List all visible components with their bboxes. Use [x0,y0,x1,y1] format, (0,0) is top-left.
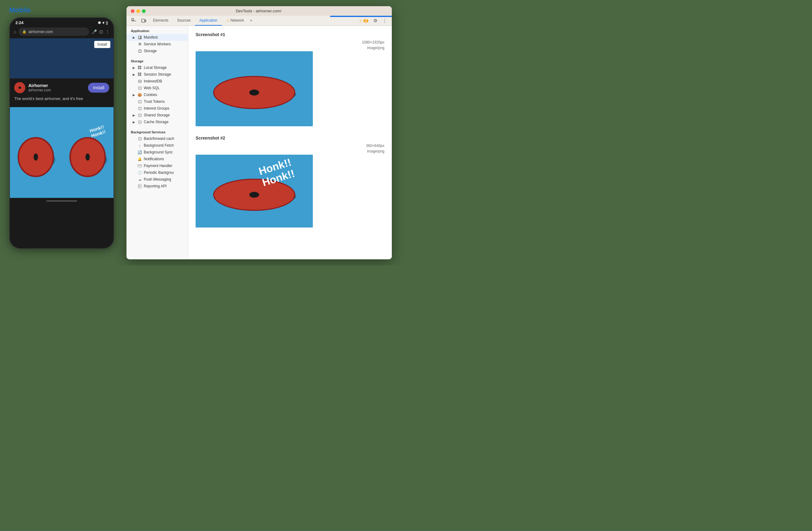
trust-tokens-label: Trust Tokens [144,99,165,104]
svg-point-8 [138,52,141,53]
inspect-icon-btn[interactable] [129,16,139,25]
devtools-body: Application ▶ Manifest ▶ ⚙ Service Worke… [127,26,392,259]
local-storage-icon [137,66,142,70]
minimize-button[interactable] [136,9,140,13]
sidebar-item-bg-sync[interactable]: ▶ 🔄 Background Sync [127,149,188,156]
manifest-icon [137,35,142,40]
maximize-button[interactable] [142,9,146,13]
back-forward-icon [137,137,142,141]
phone-frame: 2:24 ✱ ▾ ▯ ⌂ 🔒 airhorner.com 🎤 ⊡ ⋮ Insta… [9,17,114,249]
settings-button[interactable]: ⚙ [371,16,380,25]
app-icon [14,82,25,93]
sidebar-item-manifest[interactable]: ▶ Manifest [127,34,188,41]
svg-rect-12 [140,68,141,69]
devtools-tabs: Elements Sources Application ⚠ Network »… [127,16,392,26]
shared-storage-label: Shared Storage [144,113,170,117]
sidebar-item-cookies[interactable]: ▶ 🍪 Cookies [127,92,188,98]
install-banner-top: Airhorner airhorner.com Install [14,82,109,93]
warning-badge[interactable]: ⚠ 2 [357,18,371,24]
sidebar-item-shared-storage[interactable]: ▶ Shared Storage [127,112,188,118]
mobile-label: Mobile [9,6,31,14]
tab-elements[interactable]: Elements [149,16,173,26]
screenshot-1-preview [195,51,313,126]
sidebar-item-indexeddb[interactable]: ▶ IndexedDB [127,78,188,85]
svg-point-29 [138,102,141,103]
svg-point-21 [138,81,141,82]
svg-point-38 [138,121,141,121]
tab-application[interactable]: Application [195,16,222,26]
shared-storage-icon [137,113,142,117]
sidebar-item-interest-groups[interactable]: ▶ Interest Groups [127,105,188,112]
address-bar: ⌂ 🔒 airhorner.com 🎤 ⊡ ⋮ [10,26,114,38]
payment-label: Payment Handler [144,164,172,168]
bg-fetch-icon: ↕ [137,143,142,148]
screenshot-2-section: Screenshot #2 360×640px image/png [195,136,385,227]
status-icons: ✱ ▾ ▯ [98,21,108,25]
device-toggle-btn[interactable] [139,16,149,25]
sidebar-item-push[interactable]: ▶ ☁ Push Messaging [127,176,188,183]
icon-dot [18,86,21,89]
badge-count: 2 [363,19,368,23]
network-warn-icon: ⚠ [226,18,229,23]
bg-fetch-label: Background Fetch [144,143,174,148]
periodic-icon: 🕐 [137,170,142,175]
svg-rect-5 [139,37,140,38]
trust-tokens-icon [137,99,142,104]
sidebar-item-service-workers[interactable]: ▶ ⚙ Service Workers [127,41,188,47]
bg-sync-icon: 🔄 [137,150,142,154]
web-sql-label: Web SQL [144,86,160,90]
url-bar[interactable]: 🔒 airhorner.com [18,27,89,36]
sidebar-item-cache-storage[interactable]: ▶ Cache Storage [127,118,188,125]
home-indicator [46,200,77,201]
sidebar-item-reporting[interactable]: ▶ Reporting API [127,183,188,190]
sidebar-item-payment[interactable]: ▶ Payment Handler [127,163,188,169]
svg-point-33 [138,109,141,110]
close-button[interactable] [131,9,134,13]
svg-point-17 [138,80,141,81]
cache-storage-icon [137,120,142,124]
devtools-window: DevTools - airhorner.com/ Elements Sourc… [127,6,392,259]
svg-point-45 [138,139,141,140]
badge-warn-icon: ⚠ [359,19,362,23]
screenshot-thumb-2 [62,107,114,198]
cookies-arrow: ▶ [133,93,136,97]
sidebar-item-local-storage[interactable]: ▶ Local Storage [127,64,188,71]
app-name: Airhorner [28,83,85,88]
install-banner: Airhorner airhorner.com Install The worl… [10,79,114,107]
screenshot-2-type: image/png [195,149,385,153]
install-top-button[interactable]: Install [94,41,111,48]
screenshot-1-dimensions: 1080×1920px [195,40,385,44]
push-icon: ☁ [137,177,142,182]
url-text: airhorner.com [28,29,85,34]
service-workers-icon: ⚙ [137,42,142,46]
sidebar-item-trust-tokens[interactable]: ▶ Trust Tokens [127,98,188,105]
mobile-section: Mobile 2:24 ✱ ▾ ▯ ⌂ 🔒 airhorner.com 🎤 ⊡ … [9,6,114,249]
tab-network[interactable]: ⚠ Network [222,16,248,26]
ss-arrow: ▶ [133,73,136,76]
storage-icon [137,49,142,53]
sidebar-item-notifications[interactable]: ▶ 🔔 Notifications [127,156,188,163]
sidebar-item-bg-fetch[interactable]: ▶ ↕ Background Fetch [127,142,188,149]
sidebar-item-back-forward[interactable]: ▶ Back/forward cach [127,135,188,142]
install-banner-button[interactable]: Install [88,83,109,93]
app-info: Airhorner airhorner.com [28,83,85,92]
screenshots-row [10,107,114,198]
screenshot-2-preview [195,155,313,227]
svg-point-42 [138,137,141,138]
sidebar-item-storage[interactable]: ▶ Storage [127,47,188,54]
web-sql-icon [137,86,142,90]
session-storage-icon [137,72,142,76]
tab-sources[interactable]: Sources [173,16,195,26]
reporting-label: Reporting API [144,184,166,188]
tab-icon: ⊡ [99,29,103,34]
screenshot-2-title: Screenshot #2 [195,136,385,140]
screenshot-1-title: Screenshot #1 [195,32,385,37]
traffic-lights [131,9,146,13]
wifi-icon: ▾ [102,21,104,25]
sidebar: Application ▶ Manifest ▶ ⚙ Service Worke… [127,26,188,259]
more-button[interactable]: ⋮ [380,16,389,25]
sidebar-item-web-sql[interactable]: ▶ Web SQL [127,85,188,92]
sidebar-item-session-storage[interactable]: ▶ Session Storage [127,71,188,78]
sidebar-item-periodic[interactable]: ▶ 🕐 Periodic Backgrou [127,169,188,176]
tab-more[interactable]: » [248,16,254,26]
